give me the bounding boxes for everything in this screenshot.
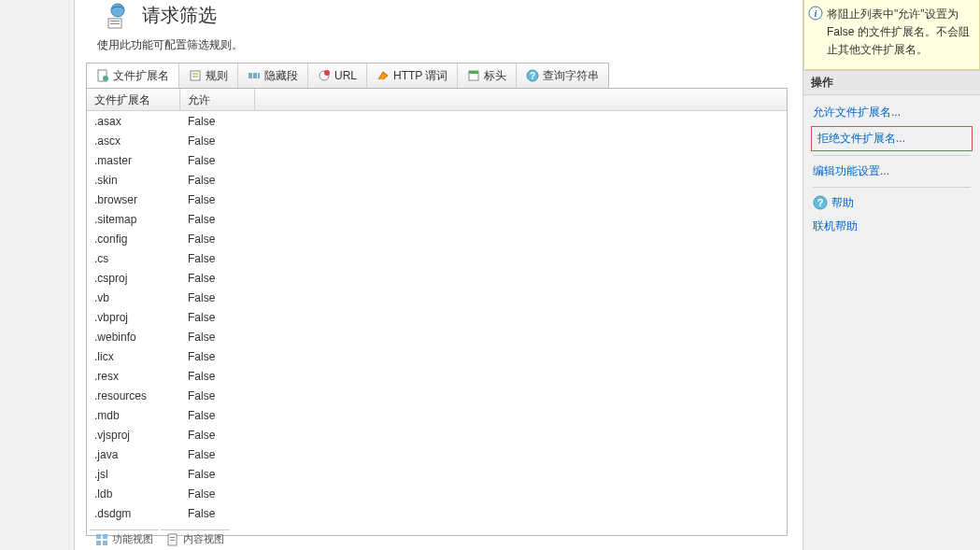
- cell-allow: False: [180, 152, 255, 169]
- table-row[interactable]: .ascxFalse: [87, 131, 787, 150]
- cell-allow: False: [180, 211, 255, 228]
- cell-allow: False: [180, 250, 255, 267]
- cell-allow: False: [180, 407, 255, 424]
- cell-allow: False: [180, 466, 255, 483]
- table-row[interactable]: .webinfoFalse: [87, 327, 787, 346]
- table-row[interactable]: .asaxFalse: [87, 111, 787, 131]
- table-row[interactable]: .ldbFalse: [87, 484, 787, 503]
- tab-hidden-segments[interactable]: 隐藏段: [238, 63, 308, 88]
- svg-rect-8: [253, 73, 257, 78]
- table-row[interactable]: .licxFalse: [87, 346, 787, 366]
- table-row[interactable]: .vjsprojFalse: [87, 425, 787, 444]
- cell-extension: .asax: [87, 113, 180, 130]
- svg-rect-3: [110, 23, 120, 24]
- svg-rect-13: [469, 71, 478, 74]
- cell-extension: .ldb: [87, 486, 180, 502]
- tab-file-extensions[interactable]: 文件扩展名: [87, 63, 179, 88]
- filter-tabs: 文件扩展名 规则 隐藏段 URL HTTP 谓词: [86, 63, 609, 88]
- help-icon: ?: [813, 195, 828, 210]
- cell-extension: .vjsproj: [87, 427, 180, 444]
- content-view-icon: [166, 533, 179, 546]
- cell-extension: .vb: [87, 289, 180, 306]
- cell-allow: False: [180, 113, 255, 130]
- action-deny-extension[interactable]: 拒绝文件扩展名...: [811, 126, 973, 151]
- features-view-tab[interactable]: 功能视图: [90, 529, 159, 548]
- svg-point-5: [103, 76, 108, 81]
- tab-query-strings[interactable]: ? 查询字符串: [517, 63, 608, 88]
- cell-allow: False: [180, 486, 255, 502]
- grid-header-row: 文件扩展名 允许: [87, 89, 787, 111]
- tab-http-verbs[interactable]: HTTP 谓词: [367, 63, 458, 88]
- cell-allow: False: [180, 191, 255, 208]
- action-edit-settings[interactable]: 编辑功能设置...: [807, 160, 976, 183]
- cell-allow: False: [180, 289, 255, 306]
- table-row[interactable]: .mdbFalse: [87, 405, 787, 425]
- action-allow-extension[interactable]: 允许文件扩展名...: [807, 101, 976, 124]
- cell-extension: .resx: [87, 368, 180, 385]
- view-tab-label: 内容视图: [183, 532, 224, 546]
- table-row[interactable]: .masterFalse: [87, 150, 787, 170]
- cell-extension: .vbproj: [87, 309, 180, 326]
- cell-extension: .resources: [87, 388, 180, 404]
- cell-allow: False: [180, 309, 255, 326]
- table-row[interactable]: .vbprojFalse: [87, 307, 787, 327]
- table-row[interactable]: .resxFalse: [87, 366, 787, 386]
- cell-allow: False: [180, 329, 255, 346]
- svg-rect-19: [103, 541, 107, 545]
- cell-allow: False: [180, 270, 255, 287]
- divider: [813, 187, 971, 188]
- nav-tree-panel: [0, 0, 75, 550]
- col-header-spacer: [255, 89, 787, 110]
- actions-list: 允许文件扩展名... 拒绝文件扩展名... 编辑功能设置... ? 帮助 联机帮…: [803, 95, 980, 244]
- action-online-help[interactable]: 联机帮助: [807, 215, 976, 238]
- cell-allow: False: [180, 368, 255, 385]
- cell-allow: False: [180, 427, 255, 444]
- table-row[interactable]: .skinFalse: [87, 170, 787, 190]
- features-view-icon: [95, 533, 108, 546]
- table-row[interactable]: .browserFalse: [87, 190, 787, 209]
- tab-label: 查询字符串: [543, 68, 599, 84]
- svg-rect-2: [110, 21, 120, 21]
- extensions-grid: 文件扩展名 允许 .asaxFalse.ascxFalse.masterFals…: [86, 88, 788, 536]
- table-row[interactable]: .csprojFalse: [87, 268, 787, 288]
- header-icon: [467, 69, 480, 82]
- info-text: 将阻止列表中"允许"设置为 False 的文件扩展名。不会阻止其他文件扩展名。: [827, 7, 970, 56]
- cell-extension: .jsl: [87, 466, 180, 483]
- cell-allow: False: [180, 348, 255, 365]
- action-help[interactable]: ? 帮助: [807, 191, 976, 215]
- rules-icon: [189, 69, 202, 82]
- query-icon: ?: [526, 69, 539, 82]
- table-row[interactable]: .vbFalse: [87, 288, 787, 307]
- grid-body[interactable]: .asaxFalse.ascxFalse.masterFalse.skinFal…: [87, 111, 787, 536]
- tab-headers[interactable]: 标头: [458, 63, 517, 88]
- cell-extension: .csproj: [87, 270, 180, 287]
- actions-header: 操作: [803, 70, 980, 95]
- info-box: i 将阻止列表中"允许"设置为 False 的文件扩展名。不会阻止其他文件扩展名…: [803, 0, 980, 70]
- table-row[interactable]: .csFalse: [87, 248, 787, 268]
- tab-rules[interactable]: 规则: [179, 63, 238, 88]
- table-row[interactable]: .configFalse: [87, 229, 787, 248]
- action-label: 允许文件扩展名...: [813, 105, 901, 120]
- table-row[interactable]: .dsdgmFalse: [87, 503, 787, 523]
- table-row[interactable]: .sitemapFalse: [87, 209, 787, 229]
- table-row[interactable]: .resourcesFalse: [87, 386, 787, 405]
- cell-extension: .config: [87, 231, 180, 247]
- cell-extension: .mdb: [87, 407, 180, 424]
- svg-point-11: [324, 70, 330, 76]
- cell-allow: False: [180, 133, 255, 149]
- content-view-tab[interactable]: 内容视图: [161, 529, 230, 548]
- page-subtitle: 使用此功能可配置筛选规则。: [84, 37, 789, 63]
- tab-label: HTTP 谓词: [393, 68, 447, 84]
- tab-label: 标头: [484, 68, 506, 84]
- table-row[interactable]: .jslFalse: [87, 464, 787, 484]
- col-header-allow[interactable]: 允许: [180, 89, 255, 110]
- tab-url[interactable]: URL: [308, 63, 367, 88]
- cell-extension: .java: [87, 446, 180, 463]
- table-row[interactable]: .javaFalse: [87, 444, 787, 464]
- col-header-extension[interactable]: 文件扩展名: [87, 89, 180, 110]
- actions-panel: i 将阻止列表中"允许"设置为 False 的文件扩展名。不会阻止其他文件扩展名…: [802, 0, 980, 550]
- svg-rect-9: [258, 73, 260, 78]
- cell-extension: .skin: [87, 172, 180, 189]
- tab-label: URL: [334, 69, 357, 82]
- tab-label: 隐藏段: [264, 68, 298, 84]
